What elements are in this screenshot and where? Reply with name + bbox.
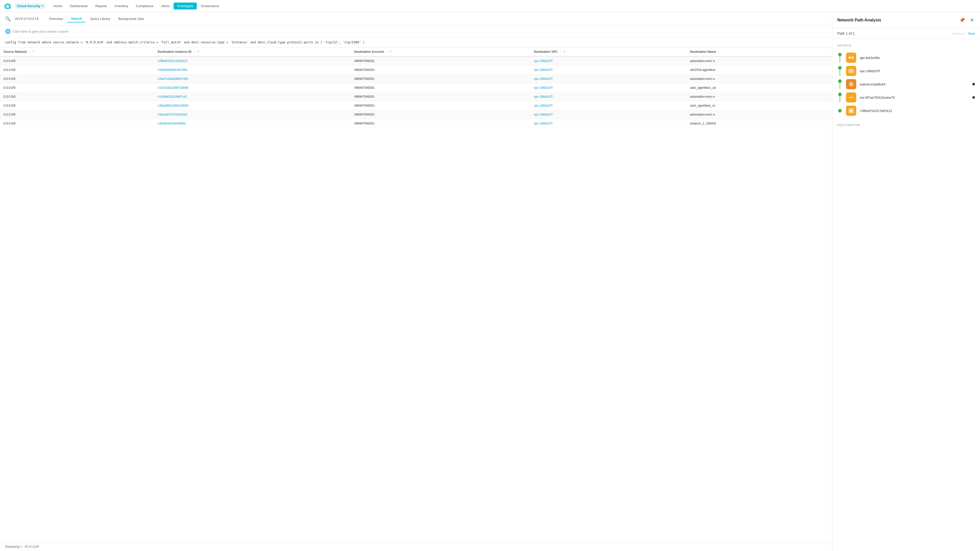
cell-source-network: 0.0.0.0/0 [0,110,154,119]
sort-dest-name-icon[interactable]: ↕ [718,51,719,53]
path-nav: Path 1 of 1 Previous Next [832,28,980,39]
node-icon-subnet [846,79,856,89]
nav-reports[interactable]: Reports [92,3,111,10]
node-connector-subnet [837,79,842,89]
table-row: 0.0.0.0/0i-0c0bfe28124967c41496947949261… [0,92,832,101]
col-dest-name-label: Destination Name [690,50,716,54]
nav-dashboards[interactable]: Dashboards [66,3,91,10]
destination-section: DESTINATION [837,124,975,127]
drag-dest-vpc-icon[interactable]: ⠿ [563,50,566,54]
sort-source-network-icon[interactable]: ↕ [29,51,30,53]
tab-query-library[interactable]: Query Library [86,15,114,22]
cell-dest-instance-id[interactable]: i-0ed7e38a2d8b07d2b [154,75,351,83]
node-extra-dot-subnet [972,83,975,86]
pin-button[interactable]: 📌 [958,16,966,24]
drag-source-network-icon[interactable]: ⠿ [32,50,35,54]
tab-background-jobs[interactable]: Background Jobs [115,15,148,22]
svg-rect-8 [850,70,853,72]
path-node-vpc: vpc-186d1d7f [837,64,975,78]
right-panel: Network Path Analysis 📌 ✕ Path 1 of 1 Pr… [832,12,980,551]
brand-chevron: ▾ [42,5,43,7]
node-label-instance: i-0f6e87d1017e81612 [860,109,892,113]
cell-dest-instance-id[interactable]: i-0c51dda230873a698 [154,83,351,92]
cell-dest-account: 496947949261 [351,101,530,110]
cell-dest-name: automation-encr-u [687,75,832,83]
cell-dest-instance-id[interactable]: i-0bcedf7c37e2454e3 [154,110,351,119]
svg-rect-15 [850,110,853,112]
node-extra-dot-eni [972,96,975,99]
investigate-tabs: Overview Search Query Library Background… [45,15,148,22]
cell-dest-name: automation-encr-u [687,110,832,119]
svg-point-12 [850,97,851,98]
col-dest-instance-id-label: Destination Instance ID [158,50,192,54]
sort-dest-instance-icon[interactable]: ↕ [193,51,195,53]
cell-dest-vpc[interactable]: vpc-186d1d7f [530,119,687,128]
cell-dest-account: 496947949261 [351,110,530,119]
path-node-instance: i-0f6e87d1017e81612 [837,104,975,118]
brand-button[interactable]: Cloud Security ▾ [14,3,46,9]
cell-dest-instance-id[interactable]: i-0c0bfe28124967c41 [154,92,351,101]
investigate-title: INVESTIGATE [15,17,39,21]
nav-inventory[interactable]: Inventory [111,3,132,10]
sort-dest-vpc-icon[interactable]: ↕ [560,51,561,53]
cell-dest-vpc[interactable]: vpc-186d1d7f [530,56,687,65]
nav-compliance[interactable]: Compliance [132,3,157,10]
table-row: 0.0.0.0/0i-0bda881b49b1b9534496947949261… [0,101,832,110]
table-row: 0.0.0.0/0i-0ef4a5b408c0b749a496947949261… [0,65,832,75]
globe-icon: 🌐 [5,29,11,34]
svg-point-10 [850,83,852,85]
col-source-network-label: Source Network [3,50,27,54]
node-dot-subnet [838,79,842,83]
cell-dest-vpc[interactable]: vpc-186d1d7f [530,75,687,83]
cell-dest-instance-id[interactable]: i-0f6e87d1017e81612 [154,56,351,65]
cell-source-network: 0.0.0.0/0 [0,92,154,101]
table-header: Source Network ↕ ⠿ Destination Instance … [0,48,832,56]
nav-home[interactable]: Home [50,3,66,10]
node-label-eni: eni-0f7ae7f3310cebe79 [860,96,895,100]
cell-dest-vpc[interactable]: vpc-186d1d7f [530,83,687,92]
tab-overview[interactable]: Overview [45,15,66,22]
next-path-button[interactable]: Next [968,32,975,35]
prev-path-button[interactable]: Previous [952,32,965,35]
table-footer: Displaying 1 - 25 of 1229 [0,542,832,551]
col-dest-vpc-label: Destination VPC [534,50,558,54]
close-button[interactable]: ✕ [969,16,975,24]
query-text: config from network where source.network… [5,41,365,44]
path-label: Path [837,32,845,35]
search-name-placeholder[interactable]: Click here to give your search a name [13,30,68,33]
drag-dest-instance-icon[interactable]: ⠿ [197,50,199,54]
node-connector-instance [837,109,842,113]
path-node-eni: eni-0f7ae7f3310cebe79 [837,91,975,104]
nav-governance[interactable]: Governance [197,3,223,10]
node-line-igw [840,56,840,62]
node-dot-igw [838,53,842,56]
nav-alerts[interactable]: Alerts [158,3,173,10]
query-bar[interactable]: config from network where source.network… [0,38,832,48]
panel-controls: 📌 ✕ [958,16,975,24]
sort-dest-account-icon[interactable]: ↕ [386,51,387,53]
cell-dest-vpc[interactable]: vpc-186d1d7f [530,110,687,119]
path-node-igw: igw-feb2e49a [837,51,975,64]
cell-source-network: 0.0.0.0/0 [0,56,154,65]
path-node-subnet: subnet-e3ad8c84 [837,78,975,91]
right-panel-title: Network Path Analysis [837,18,881,22]
cell-dest-vpc[interactable]: vpc-186d1d7f [530,101,687,110]
cell-dest-vpc[interactable]: vpc-186d1d7f [530,65,687,75]
cell-dest-account: 496947949261 [351,119,530,128]
results-table: Source Network ↕ ⠿ Destination Instance … [0,48,832,128]
node-connector-igw [837,53,842,62]
nav-links: Home Dashboards Reports Inventory Compli… [50,3,223,10]
cell-dest-instance-id[interactable]: i-0ef4a5b408c0b749a [154,65,351,75]
node-label-igw: igw-feb2e49a [860,56,880,60]
col-dest-account: Destination Account ↕ ⠿ [351,48,530,56]
node-dot-vpc [838,66,842,70]
node-connector-vpc [837,66,842,76]
cell-dest-instance-id[interactable]: i-0bda881b49b1b9534 [154,101,351,110]
tab-search[interactable]: Search [67,15,86,22]
main-layout: 🔍 INVESTIGATE Overview Search Query Libr… [0,12,980,551]
path-total: 1 [853,32,855,35]
cell-dest-vpc[interactable]: vpc-186d1d7f [530,92,687,101]
drag-dest-account-icon[interactable]: ⠿ [390,50,392,54]
nav-investigate[interactable]: Investigate [173,3,197,10]
cell-dest-instance-id[interactable]: i-0b49ce9cf3efd995c [154,119,351,128]
